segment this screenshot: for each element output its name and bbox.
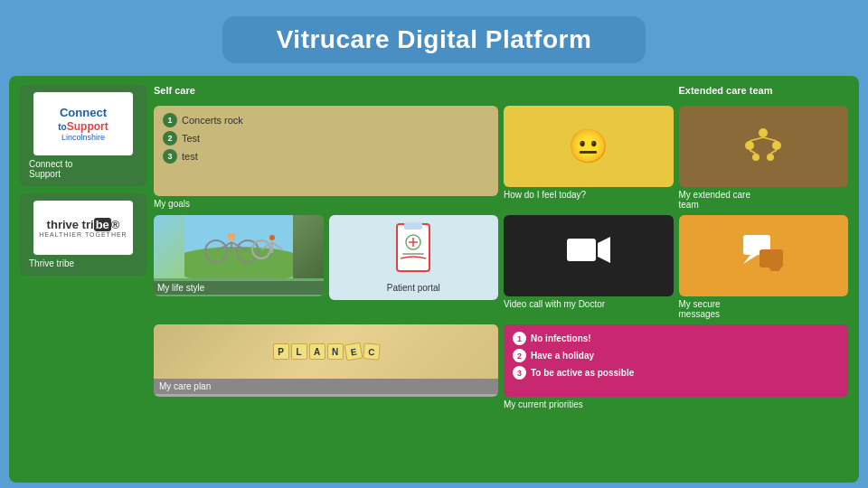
svg-point-4 — [767, 154, 774, 161]
connect-to-support-card[interactable]: Connect toSupport Lincolnshire Connect t… — [20, 85, 146, 186]
lifestyle-card[interactable]: My life style — [154, 215, 324, 296]
video-call-section: Video call with my Doctor — [504, 215, 674, 319]
lifestyle-label: My life style — [154, 281, 324, 295]
extended-label: My extended care team — [679, 190, 849, 210]
svg-point-0 — [759, 128, 768, 137]
header: Vitrucare Digital Platform — [0, 0, 868, 76]
titles-row: Self care Extended care team — [154, 85, 848, 99]
patient-label: Patient portal — [387, 283, 440, 293]
svg-rect-32 — [760, 249, 783, 267]
video-card[interactable] — [504, 215, 674, 296]
connect-logo: Connect toSupport Lincolnshire — [33, 92, 133, 155]
svg-line-6 — [763, 137, 777, 141]
tile-a: A — [309, 343, 326, 360]
main-panel: Connect toSupport Lincolnshire Connect t… — [9, 76, 859, 483]
care-plan-section: P L A N E C My care plan — [154, 324, 498, 409]
video-call-icon — [565, 234, 612, 278]
priority-num-2: 2 — [513, 349, 526, 362]
feel-face-icon: 😐 — [568, 130, 609, 163]
patient-portal-section: Patient portal — [329, 215, 499, 319]
svg-point-1 — [745, 141, 754, 150]
messages-card[interactable] — [679, 215, 849, 296]
svg-point-3 — [752, 154, 760, 161]
tile-n: N — [327, 343, 344, 360]
svg-line-7 — [750, 150, 756, 154]
svg-line-8 — [770, 150, 777, 154]
row2: My life style — [154, 215, 848, 319]
svg-rect-28 — [567, 239, 596, 261]
goal-item-2: 2 Test — [163, 131, 489, 145]
tile-p: P — [273, 343, 289, 360]
goal-num-1: 1 — [163, 113, 177, 127]
connect-label: Connect to Support — [27, 159, 139, 179]
thrive-label: Thrive tribe — [27, 258, 139, 268]
feel-card[interactable]: 😐 — [504, 106, 674, 187]
lifestyle-section: My life style — [154, 215, 324, 319]
priority-num-3: 3 — [513, 366, 526, 380]
svg-line-5 — [750, 137, 763, 141]
feel-today-section: 😐 How do I feel today? — [504, 106, 674, 210]
svg-marker-29 — [598, 237, 610, 263]
page-title: Vitrucare Digital Platform — [222, 16, 646, 63]
svg-marker-33 — [769, 267, 781, 271]
thrive-logo: thrive tribe® HEALTHIER TOGETHER — [33, 201, 133, 255]
svg-point-10 — [184, 247, 293, 278]
svg-point-21 — [269, 235, 275, 240]
extended-care-title: Extended care team — [679, 85, 849, 96]
lifestyle-image — [154, 215, 324, 278]
goal-num-3: 3 — [163, 149, 177, 164]
row3: P L A N E C My care plan 1 No infections… — [154, 324, 848, 409]
self-care-title: Self care — [154, 85, 498, 96]
svg-rect-23 — [404, 222, 422, 230]
goals-label: My goals — [154, 199, 498, 209]
tile-extra2: C — [363, 343, 381, 361]
svg-point-16 — [228, 233, 235, 240]
goal-item-1: 1 Concerts rock — [163, 113, 489, 127]
extended-care-section: My extended care team — [679, 106, 849, 210]
care-plan-label: My care plan — [154, 379, 498, 394]
row1-right: 😐 How do I feel today? — [504, 106, 848, 210]
sidebar: Connect toSupport Lincolnshire Connect t… — [20, 85, 146, 472]
row1: 1 Concerts rock 2 Test 3 test My goals — [154, 106, 848, 210]
svg-point-2 — [772, 141, 781, 150]
patient-card[interactable]: Patient portal — [329, 215, 499, 300]
careplan-image: P L A N E C — [154, 324, 498, 379]
priorities-card[interactable]: 1 No infections! 2 Have a holiday 3 To b… — [504, 324, 848, 397]
priorities-label: My current priorities — [504, 399, 848, 409]
extended-care-icon — [741, 126, 786, 168]
messages-label: My secure messages — [679, 299, 849, 319]
priority-num-1: 1 — [513, 332, 526, 345]
messages-icon — [741, 233, 785, 278]
content-area: Self care Extended care team 1 Concerts … — [154, 85, 848, 472]
goals-section: 1 Concerts rock 2 Test 3 test My goals — [154, 106, 498, 210]
priority-item-1: 1 No infections! — [513, 332, 839, 345]
patient-portal-icon — [392, 222, 435, 280]
priority-item-3: 3 To be active as possible — [513, 366, 839, 380]
svg-marker-31 — [743, 255, 758, 264]
svg-rect-27 — [402, 253, 424, 255]
goal-item-3: 3 test — [163, 149, 489, 164]
thrive-tribe-card[interactable]: thrive tribe® HEALTHIER TOGETHER Thrive … — [20, 193, 146, 276]
priorities-section: 1 No infections! 2 Have a holiday 3 To b… — [504, 324, 848, 409]
tile-extra1: E — [344, 343, 363, 361]
careplan-card[interactable]: P L A N E C My care plan — [154, 324, 498, 397]
feel-label: How do I feel today? — [504, 190, 674, 200]
messages-section: My secure messages — [679, 215, 849, 319]
tile-l: L — [291, 343, 307, 360]
extended-card[interactable] — [679, 106, 849, 187]
goals-card[interactable]: 1 Concerts rock 2 Test 3 test — [154, 106, 498, 196]
video-call-label: Video call with my Doctor — [504, 299, 674, 309]
goal-num-2: 2 — [163, 131, 177, 145]
priority-item-2: 2 Have a holiday — [513, 349, 839, 362]
